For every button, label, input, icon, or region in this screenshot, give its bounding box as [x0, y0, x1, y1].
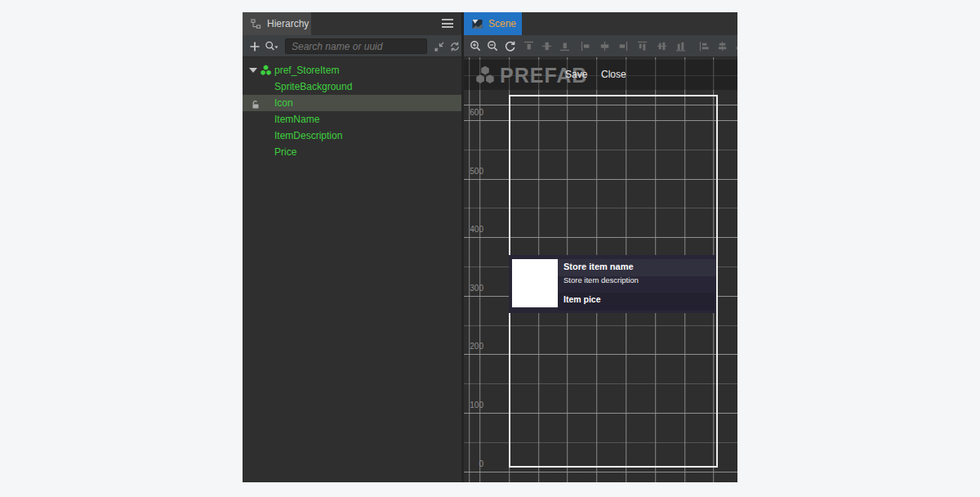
- ruler-label-200: 200: [466, 342, 483, 351]
- editor-window: Hierarchy pr: [243, 12, 737, 482]
- tree-node-label: SpriteBackground: [274, 78, 352, 95]
- tab-hierarchy[interactable]: Hierarchy: [243, 12, 311, 35]
- distribute-horizontal-center-icon[interactable]: [715, 39, 729, 53]
- ruler-label-0: 0: [466, 459, 483, 468]
- tree-node-pref-storeitem[interactable]: pref_StoreItem: [243, 62, 461, 78]
- search-input[interactable]: [285, 38, 427, 54]
- save-button[interactable]: Save: [560, 60, 592, 90]
- tree-node-label: ItemDescription: [274, 128, 342, 144]
- ruler-label-100: 100: [466, 401, 483, 410]
- prefab-header-cubes-icon: [474, 65, 496, 88]
- expand-collapse-icon[interactable]: [249, 68, 257, 73]
- distribute-vertical-center-icon[interactable]: [655, 39, 669, 53]
- tab-scene[interactable]: Scene: [464, 12, 522, 35]
- reset-view-icon[interactable]: [503, 39, 517, 53]
- distribute-top-icon[interactable]: [635, 39, 649, 53]
- tree-node-label: pref_StoreItem: [274, 62, 339, 78]
- align-vertical-center-icon[interactable]: [540, 39, 554, 53]
- add-node-button[interactable]: [247, 39, 261, 53]
- refresh-icon[interactable]: [448, 39, 461, 53]
- align-horizontal-center-icon[interactable]: [598, 39, 612, 53]
- hierarchy-panel: Hierarchy pr: [243, 12, 461, 482]
- hierarchy-tree: pref_StoreItem SpriteBackground Icon Ite…: [243, 57, 461, 482]
- align-top-icon[interactable]: [522, 39, 536, 53]
- ruler-label-500: 500: [466, 166, 483, 175]
- search-filter-icon[interactable]: [265, 39, 278, 53]
- ruler-label-300: 300: [466, 283, 483, 292]
- distribute-right-icon[interactable]: [733, 39, 737, 53]
- close-button[interactable]: Close: [596, 60, 631, 90]
- scene-tab-label: Scene: [488, 18, 516, 29]
- hierarchy-tab-label: Hierarchy: [267, 18, 309, 29]
- store-item-price-label[interactable]: Item pice: [564, 294, 601, 304]
- scene-toolbar: [464, 35, 737, 57]
- align-right-icon[interactable]: [616, 39, 630, 53]
- panel-menu-icon[interactable]: [442, 19, 453, 29]
- tree-node-label: Price: [274, 144, 296, 160]
- tree-node-label: Icon: [274, 95, 293, 111]
- tree-node-spritebackground[interactable]: SpriteBackground: [243, 78, 461, 95]
- tree-node-icon[interactable]: Icon: [243, 95, 461, 111]
- distribute-left-icon[interactable]: [697, 39, 711, 53]
- hierarchy-tabbar: Hierarchy: [243, 12, 461, 35]
- scene-panel: Scene: [464, 12, 737, 482]
- store-item-name-label[interactable]: Store item name: [564, 262, 634, 271]
- ruler-label-600: 600: [466, 108, 483, 117]
- scene-image-icon: [472, 19, 483, 29]
- scene-tabbar: Scene: [464, 12, 737, 35]
- hierarchy-tree-icon: [251, 19, 261, 29]
- tree-node-label: ItemName: [274, 111, 319, 128]
- align-left-icon[interactable]: [579, 39, 593, 53]
- ruler-label-400: 400: [466, 225, 483, 234]
- zoom-in-icon[interactable]: [469, 39, 483, 53]
- store-item-description-label[interactable]: Store item description: [564, 275, 639, 284]
- distribute-bottom-icon[interactable]: [674, 39, 688, 53]
- store-item-icon-sprite[interactable]: [512, 259, 558, 307]
- align-bottom-icon[interactable]: [558, 39, 572, 53]
- tree-node-price[interactable]: Price: [243, 144, 461, 160]
- scene-viewport[interactable]: PREFAB Save Close 600 500 400 300 200 10…: [464, 57, 737, 482]
- zoom-out-icon[interactable]: [486, 39, 500, 53]
- prefab-header-bar: PREFAB Save Close: [464, 60, 737, 90]
- tree-node-itemdescription[interactable]: ItemDescription: [243, 128, 461, 144]
- hierarchy-toolbar: [243, 35, 461, 57]
- collapse-all-icon[interactable]: [432, 39, 446, 53]
- tree-node-itemname[interactable]: ItemName: [243, 111, 461, 128]
